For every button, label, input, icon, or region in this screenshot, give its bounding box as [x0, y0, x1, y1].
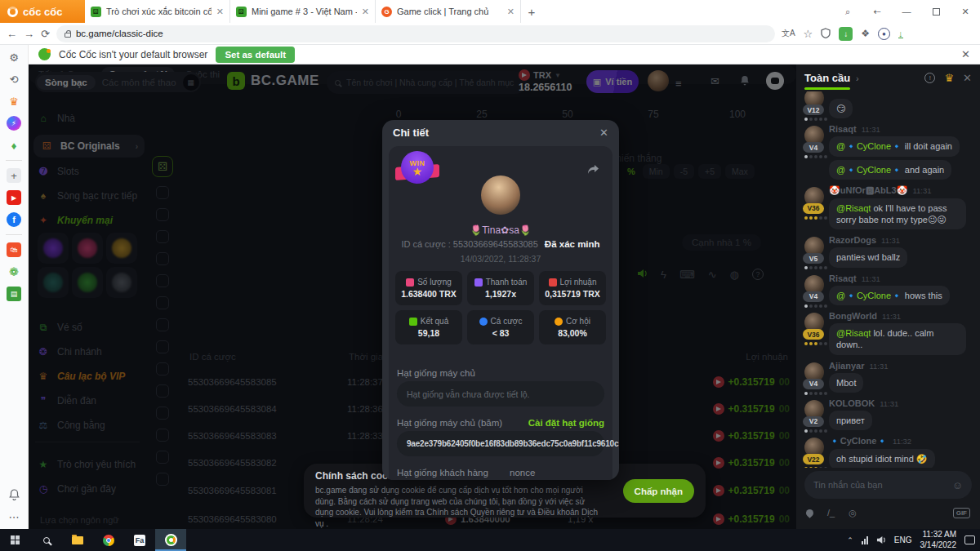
chat-rules-info-icon[interactable]: !	[924, 73, 935, 83]
profile-icon[interactable]: ●	[878, 28, 890, 40]
chat-mention[interactable]: @🔹CyClone🔹	[836, 165, 902, 175]
trend-icon[interactable]: ∿	[708, 269, 717, 281]
chevron-right-icon[interactable]: ›	[856, 73, 859, 83]
promo-piggy-tile[interactable]	[106, 233, 137, 264]
max-button[interactable]: Max	[725, 164, 755, 179]
game-rail-icon[interactable]	[156, 451, 169, 464]
sidebar-item-vip-club[interactable]: ♛Câu lạc bộ VIP	[37, 368, 125, 384]
facebook-icon[interactable]: f	[7, 212, 21, 227]
chat-username[interactable]: RazorDogs	[829, 235, 876, 245]
settings-gear-icon[interactable]: ⚙	[7, 50, 21, 64]
slash-commands-icon[interactable]: /_	[827, 508, 835, 518]
user-avatar[interactable]	[648, 70, 669, 91]
gif-icon[interactable]: GIF	[953, 508, 970, 518]
reload-icon[interactable]: ⟳	[41, 28, 50, 40]
chat-mention[interactable]: @🔹CyClone🔹	[836, 291, 902, 300]
downloads-tray-icon[interactable]: ↓	[898, 29, 903, 38]
chat-username[interactable]: Ajianyar	[829, 361, 864, 371]
game-rail-icon[interactable]	[156, 318, 169, 331]
wallet-button[interactable]: ▣Ví tiền	[586, 70, 639, 93]
chat-mention[interactable]: @🔹CyClone🔹	[836, 141, 902, 151]
coin-drop-icon[interactable]: ◎	[849, 508, 857, 518]
tab-search-icon[interactable]: ⌕	[833, 0, 862, 23]
sidebar-item-slots[interactable]: ➐Slots	[37, 163, 79, 180]
game-rail-icon[interactable]	[156, 252, 169, 265]
tab-my-bets[interactable]: Cược của tôi	[101, 67, 174, 82]
forward-icon[interactable]: →	[24, 28, 34, 40]
sidebar-item-recent[interactable]: ◷Chơi gần đây	[37, 481, 116, 497]
menu-grid-icon[interactable]: ▦	[183, 74, 199, 91]
language-indicator[interactable]: ENG	[894, 535, 912, 544]
chat-mention[interactable]: @Risaqt	[836, 203, 871, 213]
coccoc-browser-logo[interactable]: cốc cốc	[0, 0, 85, 23]
extensions-icon[interactable]: ❖	[861, 28, 870, 39]
news-icon[interactable]: ▤	[7, 287, 21, 301]
download-button[interactable]: ↓	[839, 27, 853, 41]
history-icon[interactable]: ⟲	[7, 72, 21, 87]
network-icon[interactable]	[862, 536, 868, 544]
tab-close-icon[interactable]: ✕	[362, 7, 369, 17]
banner-close-icon[interactable]: ✕	[961, 48, 970, 60]
sidebar-item-home[interactable]: ⌂Nhà	[37, 110, 75, 127]
mail-icon[interactable]: ✉	[710, 75, 719, 87]
sidebar-item-lottery[interactable]: ⧉Vé số	[37, 319, 82, 335]
chat-username[interactable]: 🔹CyClone🔹	[829, 436, 888, 446]
promo-spin-tile[interactable]	[38, 233, 69, 264]
chat-username[interactable]: 🤡uNfOr🅱AbL3🤡	[829, 185, 907, 195]
turbo-lightning-icon[interactable]: ϟ	[661, 269, 666, 281]
nav-casino[interactable]: Sòng bạc	[37, 75, 96, 90]
promo-coins-tile[interactable]	[106, 267, 137, 298]
tab-contest[interactable]: Cuộc thi	[178, 67, 227, 82]
player-avatar[interactable]	[481, 176, 520, 215]
bell-icon[interactable]	[740, 75, 750, 88]
messenger-icon[interactable]: ⚡	[7, 116, 21, 131]
sound-icon[interactable]	[637, 269, 648, 281]
balance-display[interactable]: TRX▼ 18.2656110	[519, 69, 572, 93]
file-explorer-icon[interactable]	[62, 529, 93, 551]
tray-expand-icon[interactable]: ⌃	[847, 536, 853, 544]
hotkeys-keyboard-icon[interactable]: ⌨	[679, 269, 695, 281]
sidebar-item-forum[interactable]: ❞Diễn đàn	[37, 393, 96, 409]
share-icon[interactable]	[587, 164, 599, 177]
more-icon[interactable]: ⋯	[7, 509, 21, 524]
game-rail-icon[interactable]	[156, 274, 169, 287]
youtube-icon[interactable]: ▶	[7, 190, 21, 205]
search-input[interactable]	[346, 78, 519, 87]
sidebar-item-live-casino[interactable]: ♠Sòng bạc trực tiếp	[37, 188, 137, 204]
game-rail-icon[interactable]	[156, 230, 169, 243]
chat-username[interactable]: Risaqt	[829, 273, 857, 283]
player-username[interactable]: 🌷Tina✿sa🌷	[389, 224, 612, 236]
sidebar-item-affiliate[interactable]: ❂Chi nhánh	[37, 344, 102, 360]
chat-close-icon[interactable]: ✕	[963, 72, 972, 84]
toolbar-arrow-icon[interactable]: ⇠	[862, 0, 892, 23]
set-default-button[interactable]: Set as default	[216, 47, 295, 63]
sidebar-item-bc-originals[interactable]: ⚄BC Originals›	[33, 135, 145, 158]
notification-bell-icon[interactable]	[7, 487, 21, 502]
promo-wheel-tile[interactable]	[72, 233, 103, 264]
chrome-icon[interactable]	[93, 529, 124, 551]
crown-icon[interactable]: ♛	[7, 94, 21, 109]
server-seed-field[interactable]: Hạt giống vẫn chưa được tiết lộ.	[397, 381, 604, 407]
chat-username[interactable]: KOLOBOK	[829, 398, 875, 408]
chat-message-list[interactable]: V12😏 V4Risaqt11:31@🔹CyClone🔹 ill doit ag…	[796, 91, 980, 468]
modal-close-icon[interactable]: ✕	[599, 127, 608, 139]
game-rail-icon[interactable]	[156, 340, 169, 353]
game-rail-icon[interactable]	[156, 296, 169, 309]
game-rail-icon[interactable]	[156, 384, 169, 398]
back-icon[interactable]: ←	[7, 28, 17, 40]
rain-icon[interactable]	[804, 508, 815, 518]
sidebar-item-promotions[interactable]: ✦Khuyến mại	[37, 212, 113, 229]
game-search[interactable]	[327, 71, 527, 94]
chat-channel-title[interactable]: Toàn cầu	[804, 72, 850, 84]
bookmark-star-icon[interactable]: ☆	[804, 28, 813, 40]
minimize-button[interactable]: —	[892, 0, 921, 23]
chat-username[interactable]: Risaqt	[829, 124, 857, 134]
sidebar-item-favorites[interactable]: ★Trò chơi yêu thích	[37, 456, 136, 473]
tab-bc-game[interactable]: ⚄Trò chơi xúc xắc bitcoin cổ đi✕	[85, 0, 230, 23]
action-center-icon[interactable]	[964, 535, 975, 544]
start-button[interactable]	[0, 529, 31, 551]
volume-icon[interactable]	[876, 533, 886, 548]
tab-game-click[interactable]: GGame click | Trang chủ✕	[376, 0, 521, 23]
chat-input-box[interactable]: ☺	[804, 471, 972, 499]
language-selector[interactable]: Lựa chọn ngôn ngữ	[40, 515, 119, 525]
